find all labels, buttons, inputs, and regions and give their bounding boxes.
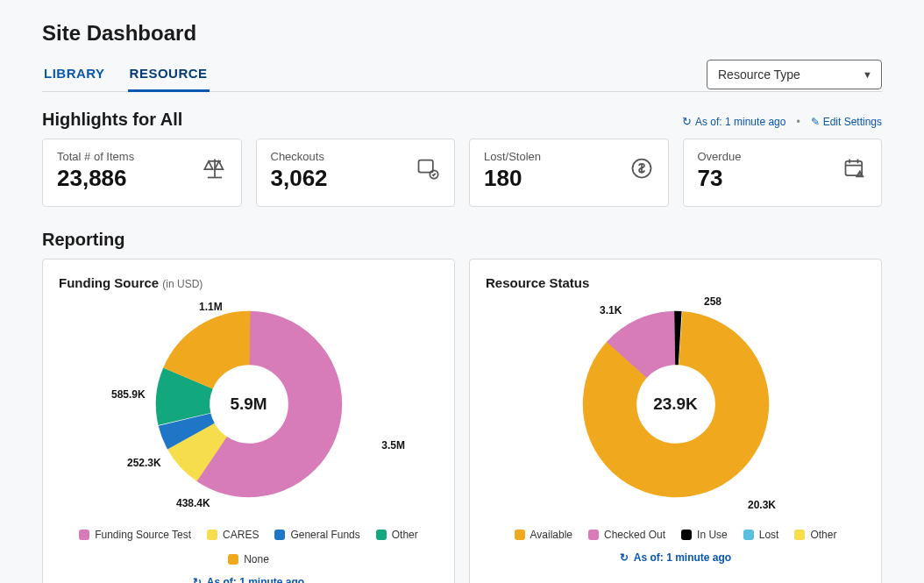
legend-label: In Use <box>697 529 728 541</box>
funding-legend: Funding Source Test CARES General Funds … <box>59 529 438 565</box>
edit-settings-label: Edit Settings <box>823 116 882 128</box>
highlight-card-total-items[interactable]: Total # of Items 23,886 <box>42 139 242 207</box>
legend-item[interactable]: In Use <box>681 529 728 541</box>
legend-swatch <box>794 530 805 540</box>
slice-label-fst: 3.5M <box>381 439 405 451</box>
slice-label-available: 20.3K <box>748 499 776 511</box>
highlights-as-of[interactable]: ↻ As of: 1 minute ago <box>682 115 785 128</box>
chevron-down-icon: ▼ <box>863 69 872 80</box>
legend-item[interactable]: None <box>228 553 269 565</box>
legend-swatch <box>228 554 238 565</box>
balance-icon <box>203 156 227 186</box>
panel-funding-source: Funding Source (in USD) 5.9M 3.5M <box>42 259 455 583</box>
legend-item[interactable]: Lost <box>743 529 779 541</box>
legend-label: None <box>244 553 269 565</box>
page-title: Site Dashboard <box>42 21 882 46</box>
panel-resource-status: Resource Status 23.9K 20.3K 3.1K 258 A <box>469 259 882 583</box>
as-of-label: As of: 1 minute ago <box>695 116 785 128</box>
legend-label: General Funds <box>290 529 359 541</box>
slice-label-in-use: 258 <box>704 295 721 308</box>
refresh-icon[interactable]: ↻ <box>620 551 629 564</box>
card-label: Lost/Stolen <box>484 150 541 163</box>
highlight-card-overdue[interactable]: Overdue 73 <box>683 139 883 207</box>
slice-label-none: 1.1M <box>199 301 223 313</box>
panel-title: Funding Source (in USD) <box>59 275 438 290</box>
panel-title-sub: (in USD) <box>162 278 203 290</box>
card-value: 73 <box>698 165 742 192</box>
slice-label-gf: 252.3K <box>127 457 161 469</box>
slice-label-other: 585.9K <box>111 388 146 401</box>
legend-item[interactable]: Checked Out <box>588 529 665 541</box>
panel-title-text: Resource Status <box>486 275 589 290</box>
reporting-title: Reporting <box>42 230 882 250</box>
card-value: 180 <box>484 165 541 192</box>
tab-library[interactable]: LIBRARY <box>42 59 107 92</box>
legend-item[interactable]: Other <box>376 529 418 541</box>
dollar-circle-icon <box>629 156 654 186</box>
legend-swatch <box>274 530 285 540</box>
tabbar: LIBRARY RESOURCE Resource Type ▼ <box>42 58 882 92</box>
card-value: 3,062 <box>271 165 328 192</box>
legend-item[interactable]: General Funds <box>274 529 359 541</box>
refresh-icon[interactable]: ↻ <box>193 576 202 583</box>
card-label: Checkouts <box>271 150 328 163</box>
donut-center-value: 5.9M <box>146 301 352 508</box>
calendar-alert-icon <box>842 156 867 186</box>
legend-swatch <box>743 530 754 540</box>
svg-rect-0 <box>419 160 433 173</box>
status-legend: Available Checked Out In Use Lost Other <box>486 529 865 541</box>
legend-swatch <box>681 530 692 540</box>
card-label: Total # of Items <box>57 150 134 163</box>
card-value: 23,886 <box>57 165 134 192</box>
panel-as-of: As of: 1 minute ago <box>634 551 731 564</box>
slice-label-cares: 438.4K <box>176 497 210 509</box>
legend-swatch <box>588 530 599 540</box>
highlight-card-checkouts[interactable]: Checkouts 3,062 <box>256 139 456 207</box>
legend-swatch <box>376 530 387 540</box>
legend-label: Other <box>810 529 836 541</box>
legend-label: CARES <box>223 529 259 541</box>
safe-check-icon <box>416 156 440 186</box>
legend-item[interactable]: Other <box>794 529 836 541</box>
legend-swatch <box>207 530 217 540</box>
legend-swatch <box>515 530 525 540</box>
resource-type-select[interactable]: Resource Type ▼ <box>707 60 882 89</box>
panel-title-text: Funding Source <box>59 275 159 290</box>
refresh-icon: ↻ <box>682 115 692 128</box>
legend-label: Other <box>392 529 418 541</box>
legend-swatch <box>79 530 89 540</box>
pencil-icon: ✎ <box>811 116 820 128</box>
highlight-card-lost-stolen[interactable]: Lost/Stolen 180 <box>469 139 669 207</box>
donut-center-value: 23.9K <box>572 301 779 508</box>
legend-label: Funding Source Test <box>95 529 191 541</box>
legend-label: Lost <box>759 529 779 541</box>
legend-label: Checked Out <box>604 529 665 541</box>
highlights-title: Highlights for All <box>42 110 182 130</box>
card-label: Overdue <box>698 150 742 163</box>
status-chart: 23.9K 20.3K 3.1K 258 <box>486 297 865 513</box>
legend-item[interactable]: Available <box>515 529 572 541</box>
legend-item[interactable]: CARES <box>207 529 259 541</box>
funding-chart: 5.9M 3.5M 438.4K 252.3K 585.9K 1.1M <box>59 297 438 513</box>
tab-resource[interactable]: RESOURCE <box>128 59 210 92</box>
panel-title: Resource Status <box>486 275 865 290</box>
panel-as-of: As of: 1 minute ago <box>207 576 304 583</box>
resource-type-label: Resource Type <box>718 68 800 82</box>
legend-label: Available <box>530 529 572 541</box>
separator-dot: • <box>796 116 800 128</box>
edit-settings-button[interactable]: ✎ Edit Settings <box>811 116 882 128</box>
legend-item[interactable]: Funding Source Test <box>79 529 191 541</box>
slice-label-checked-out: 3.1K <box>600 304 622 316</box>
